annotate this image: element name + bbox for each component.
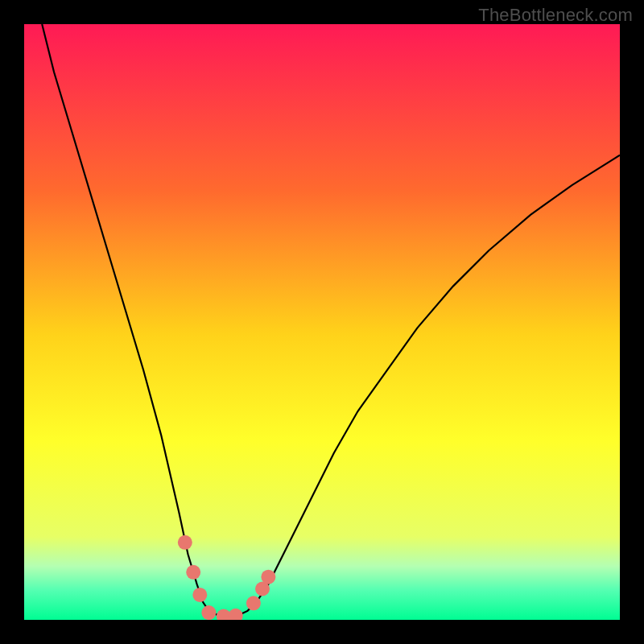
chart-marker [201, 605, 216, 620]
chart-marker [186, 565, 200, 580]
chart-marker [246, 596, 261, 610]
chart-background [24, 24, 620, 620]
chart-frame: TheBottleneck.com [0, 0, 644, 644]
chart-marker [178, 535, 192, 550]
chart-svg [24, 24, 620, 620]
watermark-text: TheBottleneck.com [478, 5, 633, 26]
chart-marker [261, 570, 275, 584]
chart-plot-area [24, 24, 620, 620]
chart-marker [192, 588, 207, 602]
